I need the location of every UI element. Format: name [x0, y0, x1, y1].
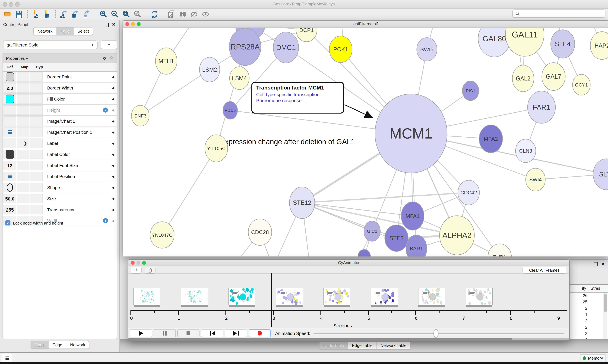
table-row[interactable]: 2 — [570, 330, 608, 337]
style-options-button[interactable]: ▼ — [101, 40, 117, 49]
tab-style[interactable]: Style — [56, 27, 73, 35]
expand-property-icon[interactable]: ◀ — [112, 119, 114, 123]
property-row-transparency[interactable]: 255Transparency◀ — [3, 204, 117, 215]
frame-thumbnail-7[interactable] — [466, 287, 493, 307]
zoom-fit-icon[interactable] — [122, 10, 131, 19]
default-value-cell[interactable] — [3, 105, 16, 115]
frame-thumbnail-6[interactable] — [418, 287, 445, 307]
mapping-cell[interactable] — [17, 83, 29, 93]
default-value-cell[interactable] — [3, 116, 16, 126]
expand-property-icon[interactable]: ◀ — [112, 152, 114, 156]
property-row-border-paint[interactable]: Border Paint◀ — [3, 71, 117, 83]
zoom-selected-icon[interactable] — [133, 10, 142, 19]
default-value-cell[interactable]: 2.0 — [3, 83, 16, 93]
default-value-cell[interactable] — [3, 128, 16, 137]
color-swatch[interactable] — [6, 150, 14, 159]
expand-property-icon[interactable]: ◀ — [112, 97, 114, 101]
export-network-icon[interactable] — [59, 10, 69, 19]
save-icon[interactable] — [14, 10, 24, 19]
mapping-cell[interactable] — [17, 194, 29, 203]
mapping-cell[interactable]: ⋮❯ — [17, 139, 29, 148]
property-row-shape[interactable]: Shape◀ — [3, 182, 117, 193]
property-row-image-chart-1[interactable]: Image/Chart 1◀ — [3, 116, 117, 127]
search-input[interactable] — [522, 11, 603, 16]
zoom-out-icon[interactable] — [110, 10, 120, 19]
property-row-size[interactable]: 50.0Size◀ — [3, 193, 117, 204]
info-icon[interactable]: i — [103, 218, 108, 223]
network-node-pnode[interactable] — [358, 249, 371, 257]
mapping-cell[interactable] — [17, 205, 29, 214]
refresh-icon[interactable] — [150, 10, 159, 19]
expand-property-icon[interactable]: ◀ — [112, 174, 114, 179]
property-row-label-position[interactable]: Label Position◀ — [3, 171, 117, 182]
lock-node-size-row[interactable]: ✓ Lock node width and height — [5, 221, 63, 225]
network-edge[interactable] — [162, 148, 216, 235]
property-row-fill-color[interactable]: Fill Color◀ — [3, 94, 117, 105]
record-button[interactable] — [249, 329, 271, 337]
import-network-icon[interactable] — [31, 10, 41, 19]
expand-property-icon[interactable]: ◀ — [112, 75, 114, 79]
bypass-cell[interactable] — [30, 172, 43, 181]
default-value-cell[interactable] — [3, 150, 16, 159]
default-value-cell[interactable] — [3, 172, 16, 181]
search-network-icon[interactable] — [178, 10, 187, 19]
property-row-height[interactable]: Heighti◀ — [3, 105, 117, 116]
color-swatch[interactable] — [6, 72, 14, 81]
property-row-label-color[interactable]: Label Color◀ — [3, 149, 117, 160]
expand-property-icon[interactable]: ◀ — [112, 196, 114, 201]
table-row[interactable]: 25 — [570, 299, 608, 305]
table-row[interactable]: 2 — [570, 305, 608, 312]
mapping-cell[interactable] — [17, 183, 29, 192]
tab-edge[interactable]: Edge — [48, 341, 66, 349]
frame-thumbnail-4[interactable] — [323, 287, 350, 307]
float-panel-icon[interactable] — [105, 23, 109, 27]
expand-property-icon[interactable]: ◀ — [112, 141, 114, 145]
default-value-cell[interactable] — [3, 94, 16, 104]
timeline-playhead[interactable] — [271, 273, 272, 327]
default-value-cell[interactable] — [3, 72, 16, 82]
pause-button[interactable] — [153, 329, 176, 337]
frame-thumbnail-1[interactable] — [181, 287, 208, 307]
annotation-link[interactable]: Pheromone response — [256, 98, 339, 103]
bypass-cell[interactable] — [30, 116, 43, 126]
table-row[interactable]: 2 — [570, 318, 608, 324]
table-scrollbar[interactable] — [603, 293, 607, 339]
add-frame-button[interactable]: + — [131, 267, 141, 273]
tab-network[interactable]: Network — [34, 27, 56, 35]
expand-property-icon[interactable]: ◀ — [112, 86, 114, 90]
open-folder-icon[interactable] — [3, 10, 12, 19]
duplicate-network-icon[interactable] — [166, 10, 176, 19]
lock-checkbox[interactable]: ✓ — [5, 221, 11, 225]
style-selector[interactable]: galFiltered Style ▼ — [3, 40, 97, 49]
slider-handle[interactable] — [433, 329, 438, 337]
float-table-icon[interactable] — [594, 262, 597, 266]
expand-property-icon[interactable]: ◀ — [112, 219, 114, 223]
default-value-cell[interactable] — [3, 139, 16, 148]
table-row[interactable]: 2 — [570, 324, 608, 330]
frame-thumbnail-0[interactable] — [133, 287, 161, 307]
default-value-cell[interactable]: 50.0 — [3, 194, 16, 203]
clear-all-frames-button[interactable]: Clear All Frames — [523, 267, 566, 273]
tab-network-table[interactable]: Network Table — [376, 342, 410, 349]
bypass-cell[interactable] — [30, 161, 43, 170]
tab-node[interactable]: Node — [31, 341, 48, 349]
zoom-in-icon[interactable] — [99, 10, 108, 19]
animation-speed-slider[interactable] — [313, 329, 564, 337]
default-value-cell[interactable]: 255 — [3, 205, 16, 214]
mapping-cell[interactable] — [17, 172, 29, 181]
bypass-cell[interactable] — [30, 72, 43, 82]
import-table-icon[interactable] — [42, 10, 52, 19]
expand-property-icon[interactable]: ◀ — [112, 185, 114, 190]
table-row[interactable]: 26 — [570, 293, 608, 299]
network-canvas[interactable]: Expression change after deletion of GAL1… — [123, 28, 608, 257]
bypass-cell[interactable] — [30, 94, 43, 104]
mapping-cell[interactable] — [17, 94, 29, 104]
skip-to-end-button[interactable] — [225, 329, 247, 337]
stop-button[interactable] — [177, 329, 199, 337]
show-details-icon[interactable] — [201, 10, 210, 19]
close-panel-icon[interactable]: ✕ — [112, 22, 116, 27]
expand-property-icon[interactable]: ◀ — [112, 130, 114, 134]
property-row-label-font-size[interactable]: 12Label Font Size◀ — [3, 160, 117, 171]
bypass-cell[interactable] — [30, 150, 43, 159]
export-image-icon[interactable] — [82, 10, 92, 19]
